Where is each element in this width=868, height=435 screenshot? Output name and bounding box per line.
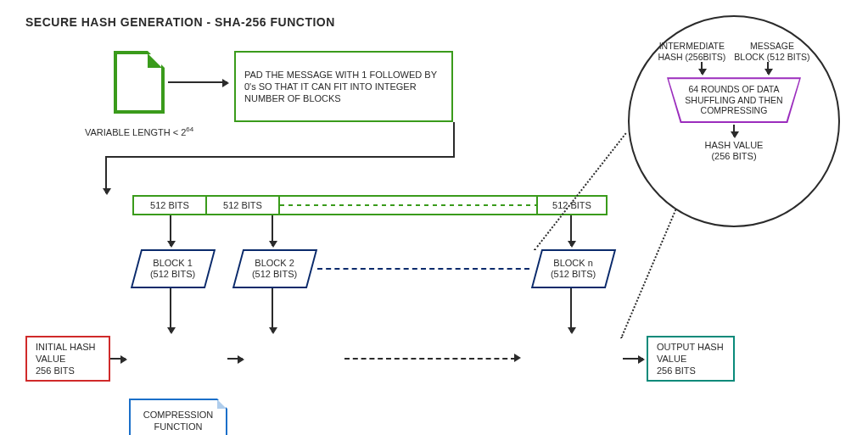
compression-dashed (344, 358, 516, 360)
detail-input-block-l2: BLOCK (512 BITS) (734, 52, 809, 63)
detail-input-hash-l2: HASH (256BITS) (658, 52, 725, 63)
detail-down-arrow-wrap (730, 123, 738, 138)
compression-1: COMPRESSION FUNCTION (129, 399, 227, 435)
initial-hash-text: INITIAL HASH VALUE 256 BITS (36, 341, 100, 377)
arrow-bits-blockn (570, 215, 572, 246)
block-2: BLOCK 2 (512 BITS) (232, 249, 317, 288)
block-2-label: BLOCK 2 (512 BITS) (252, 258, 297, 280)
bits-cell-2: 512 BITS (207, 197, 280, 214)
block-1: BLOCK 1 (512 BITS) (131, 249, 216, 288)
blocks-dashed (317, 268, 529, 270)
detail-trapezoid: 64 ROUNDS OF DATA SHUFFLING AND THEN COM… (667, 77, 801, 123)
arrow-comp1-comp2 (227, 358, 243, 360)
arrow-bits-block2 (272, 215, 273, 246)
detail-inputs: INTERMEDIATE HASH (256BITS) MESSAGE BLOC… (658, 41, 809, 62)
file-caption-text: VARIABLE LENGTH < 2 (85, 127, 186, 137)
conn-pad-v1 (453, 122, 455, 156)
block-1-label: BLOCK 1 (512 BITS) (150, 258, 195, 280)
detail-arrow-in-2 (767, 62, 769, 74)
block-n: BLOCK n (512 BITS) (531, 249, 616, 288)
detail-trapezoid-text: 64 ROUNDS OF DATA SHUFFLING AND THEN COM… (680, 84, 787, 116)
arrow-block2-comp (272, 288, 273, 332)
dotted-to-circle-1 (534, 132, 626, 250)
arrow-dash-head (514, 354, 521, 362)
detail-arrow-out (733, 125, 735, 137)
bits-row: 512 BITS 512 BITS 512 BITS (132, 195, 608, 215)
output-hash-text: OUTPUT HASH VALUE 256 BITS (657, 341, 725, 377)
arrow-block1-comp (170, 288, 171, 332)
bits-dashed-gap (280, 197, 538, 214)
pad-message-box: PAD THE MESSAGE WITH 1 FOLLOWED BY 0's S… (234, 51, 453, 122)
detail-input-hash-l1: INTERMEDIATE (658, 41, 725, 52)
output-hash-box: OUTPUT HASH VALUE 256 BITS (647, 336, 735, 382)
arrow-bits-block1 (170, 215, 171, 246)
conn-pad-v2 (105, 156, 107, 193)
arrow-blockn-comp (570, 288, 572, 332)
conn-pad-h (105, 156, 455, 158)
file-caption-exp: 64 (186, 125, 193, 133)
arrow-compn-output (623, 358, 643, 360)
detail-input-hash: INTERMEDIATE HASH (256BITS) (658, 41, 725, 62)
arrow-init-comp1 (110, 358, 126, 360)
arrow-file-to-pad (168, 81, 227, 83)
file-icon (114, 51, 165, 114)
bits-cell-1: 512 BITS (134, 197, 207, 214)
initial-hash-box: INITIAL HASH VALUE 256 BITS (25, 336, 110, 382)
detail-hash-value: HASH VALUE (256 BITS) (705, 140, 764, 162)
detail-input-block: MESSAGE BLOCK (512 BITS) (734, 41, 809, 62)
diagram-title: SECURE HASH GENERATION - SHA-256 FUNCTIO… (25, 15, 335, 29)
detail-input-block-l1: MESSAGE (734, 41, 809, 52)
detail-top-arrows (667, 62, 801, 77)
block-n-label: BLOCK n (512 BITS) (551, 258, 596, 280)
compression-1-label: COMPRESSION FUNCTION (134, 410, 222, 433)
detail-arrow-in-1 (701, 62, 703, 74)
detail-circle: INTERMEDIATE HASH (256BITS) MESSAGE BLOC… (628, 15, 840, 227)
file-caption: VARIABLE LENGTH < 264 (85, 125, 193, 138)
pad-message-text: PAD THE MESSAGE WITH 1 FOLLOWED BY 0's S… (244, 69, 443, 105)
